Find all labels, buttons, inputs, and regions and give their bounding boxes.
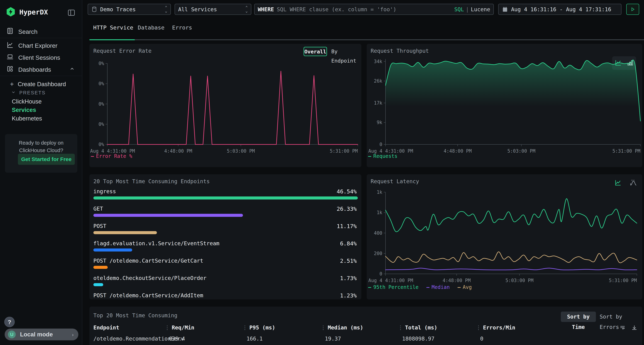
wrap-lines-icon[interactable] [619,325,626,332]
svg-text:0%: 0% [98,101,104,107]
tab-track [90,39,644,40]
error-rate-chart[interactable]: 0%0%0%0%0%Aug 4 4:31:00 PM4:48:00 PM5:03… [90,59,361,159]
tab-errors[interactable]: Errors [172,24,192,31]
legend-swatch: — [91,153,94,159]
presets-header[interactable]: PRESETS [11,90,46,96]
throughput-chart[interactable]: 09k17k26k34kAug 4 4:31:00 PM4:48:00 PM5:… [367,54,642,159]
service-select[interactable]: All Services ⌃⌄ [174,4,251,15]
latency-chart[interactable]: 02004001k1kAug 4 4:31:00 PM4:48:00 PM5:0… [367,187,642,287]
sidebar-item-clickhouse[interactable]: ClickHouse [12,98,42,105]
chevron-right-icon: › [72,332,74,338]
get-started-button[interactable]: Get Started for Free [18,154,75,165]
endpoint-value: 46.54% [337,188,357,195]
latency-chart-type-toggle[interactable] [614,179,637,187]
endpoint-bar [94,249,132,252]
svg-text:5:31:00 PM: 5:31:00 PM [612,148,640,154]
tab-database[interactable]: Database [138,24,164,31]
panel-title: Request Error Rate [94,48,152,54]
sidebar-collapse-icon[interactable] [67,8,76,17]
sidebar-divider [0,76,82,76]
svg-text:400: 400 [374,230,382,236]
svg-text:Aug 4 4:31:00 PM: Aug 4 4:31:00 PM [368,148,413,154]
column-header-reqmin[interactable]: ⋮Req/Min [164,325,194,331]
sort-by-errors-button[interactable]: Sort by Errors [600,312,642,322]
svg-text:0%: 0% [98,122,104,127]
panel-title: Request Throughput [371,48,429,54]
column-header-endpoint[interactable]: Endpoint [94,325,119,331]
column-header-errorsmin[interactable]: ⋮Errors/Min [476,325,516,331]
svg-text:5:31:00 PM: 5:31:00 PM [609,278,637,283]
endpoint-value: 26.33% [337,206,357,212]
sidebar-item-search[interactable]: Search [0,26,82,37]
sort-by-time-button[interactable]: Sort by Time [561,312,596,322]
endpoint-row[interactable]: POST 11.17% [90,223,361,240]
drag-handle-icon[interactable]: ⋮ [164,325,170,331]
panel-title: 20 Top Most Time Consuming Endpoints [94,178,210,184]
column-header-p95[interactable]: ⋮P95 (ms) [242,325,275,331]
endpoint-bar [94,231,157,234]
chart-legend: —Error Rate % [91,153,132,159]
daterange-picker[interactable]: Aug 4 16:31:16 - Aug 4 17:31:16 [498,4,622,15]
sidebar-item-services[interactable]: Services [12,106,36,113]
where-input[interactable] [276,6,454,13]
by-endpoint-toggle-button[interactable]: By Endpoint [331,47,361,56]
dashboards-icon [6,65,14,74]
endpoint-bar [94,196,358,200]
endpoint-row[interactable]: flagd.evaluation.v1.Service/EventStream … [90,240,361,257]
column-header-total[interactable]: ⋮Total (ms) [398,325,438,331]
help-button[interactable]: ? [4,317,15,327]
endpoint-row[interactable]: oteldemo.CheckoutService/PlaceOrder 1.73… [90,275,361,292]
legend-label: Requests [373,153,398,159]
sidebar: HyperDX Search Chart Explorer Client Ses… [0,0,82,345]
endpoint-label: GET [94,206,103,212]
drag-handle-icon[interactable]: ⋮ [398,325,403,331]
run-query-button[interactable] [626,4,639,15]
column-header-median[interactable]: ⋮Median (ms) [320,325,363,331]
sidebar-item-chart-explorer[interactable]: Chart Explorer [0,40,82,51]
sql-mode-button[interactable]: SQL [454,6,464,12]
cell-reqmin: 639.4 [169,336,185,342]
line-chart-icon[interactable] [614,179,622,187]
table-toolbar [619,325,638,332]
sidebar-item-dashboards[interactable]: Dashboards [0,64,82,75]
chart-legend: —95th Percentile —Median —Avg [368,284,472,290]
create-dashboard-button[interactable]: + Create Dashboard [10,80,66,88]
sidebar-item-client-sessions[interactable]: Client Sessions [0,52,82,63]
drag-handle-icon[interactable]: ⋮ [476,325,481,331]
histogram-icon[interactable] [630,179,637,187]
source-select[interactable]: Demo Traces ⌃⌄ [88,4,171,15]
service-select-value: All Services [178,6,217,12]
cell-median: 19.37 [325,336,341,342]
endpoint-row[interactable]: POST /oteldemo.CartService/GetCart 2.51% [90,258,361,275]
search-bar: WHERE SQL | Lucene [254,4,494,15]
chevron-down-icon [11,90,16,96]
lucene-mode-button[interactable]: Lucene [471,6,490,12]
svg-text:Aug 4 4:31:00 PM: Aug 4 4:31:00 PM [90,148,135,154]
svg-text:17k: 17k [374,100,382,106]
endpoint-row[interactable]: ingress 46.54% [90,188,361,205]
cell-errorsmin: 0 [480,336,483,342]
chart-legend: —Requests [368,153,398,159]
svg-text:4:48:00 PM: 4:48:00 PM [164,148,192,154]
user-menu[interactable]: U Local mode › [5,329,78,340]
clickhouse-cloud-promo: Ready to deploy on ClickHouse Cloud? Get… [5,134,77,173]
tab-http-service[interactable]: HTTP Service [93,24,133,31]
drag-handle-icon[interactable]: ⋮ [242,325,248,331]
legend-swatch: — [368,153,371,159]
logo[interactable]: HyperDX [6,7,48,17]
svg-text:5:03:00 PM: 5:03:00 PM [227,148,255,154]
endpoint-row[interactable]: GET 26.33% [90,206,361,223]
sidebar-item-label: Search [18,28,38,35]
endpoint-row[interactable]: POST /oteldemo.CartService/AddItem 1.23% [90,292,361,300]
overall-toggle-button[interactable]: Overall [304,47,327,56]
sidebar-item-label: Chart Explorer [18,42,58,49]
sidebar-item-kubernetes[interactable]: Kubernetes [12,115,42,122]
legend-label: 95th Percentile [373,284,418,290]
drag-handle-icon[interactable]: ⋮ [320,325,326,331]
legend-swatch: — [458,284,461,290]
endpoint-label: oteldemo.CheckoutService/PlaceOrder [94,275,206,281]
endpoint-value: 11.17% [337,223,357,229]
download-icon[interactable] [631,325,638,332]
panel-top-endpoints: 20 Top Most Time Consuming Endpoints ing… [90,174,361,300]
promo-line2: ClickHouse Cloud? [5,147,77,154]
